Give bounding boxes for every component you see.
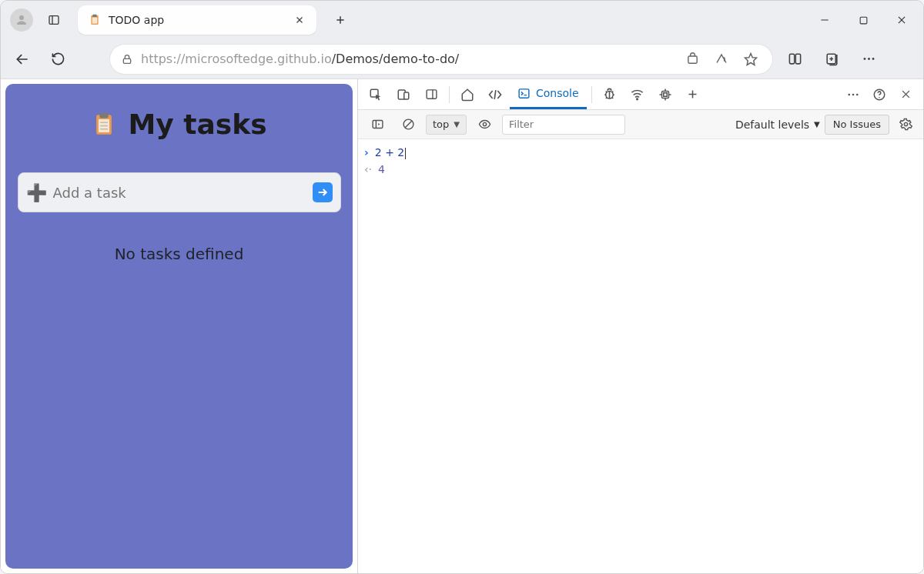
arrow-right-icon xyxy=(316,186,329,199)
plus-icon: ➕ xyxy=(26,183,47,202)
plus-icon xyxy=(687,88,698,100)
more-button[interactable] xyxy=(854,45,883,74)
svg-point-0 xyxy=(19,15,24,20)
svg-point-58 xyxy=(848,93,850,95)
add-task-input[interactable] xyxy=(53,185,306,201)
tab-sources[interactable] xyxy=(597,82,623,108)
profile-avatar[interactable] xyxy=(10,8,33,32)
window-minimize-button[interactable] xyxy=(808,8,842,32)
tab-performance[interactable] xyxy=(652,82,678,108)
toggle-sidebar-button[interactable] xyxy=(364,112,390,138)
context-label: top xyxy=(433,118,449,130)
svg-point-70 xyxy=(904,122,907,125)
caret-down-icon: ▼ xyxy=(814,120,820,128)
shopping-icon[interactable] xyxy=(681,48,703,70)
svg-line-68 xyxy=(405,121,412,128)
devtools-tabbar: Console xyxy=(358,79,923,110)
gear-icon xyxy=(899,118,912,131)
tab-network[interactable] xyxy=(624,82,651,108)
person-icon xyxy=(15,13,28,27)
tab-elements[interactable] xyxy=(482,82,508,108)
live-expression-button[interactable] xyxy=(471,112,497,138)
device-toggle-button[interactable] xyxy=(390,82,417,108)
prompt-icon: › xyxy=(364,144,369,161)
omnibox[interactable]: https://microsoftedge.github.io/Demos/de… xyxy=(110,45,772,74)
maximize-icon xyxy=(859,15,869,25)
svg-point-59 xyxy=(852,93,855,95)
console-toolbar: top ▼ Default levels ▼ No Issues xyxy=(358,110,923,139)
more-horizontal-icon xyxy=(862,52,876,66)
svg-rect-27 xyxy=(100,112,109,118)
page-viewport: My tasks ➕ No tasks defined xyxy=(1,79,357,573)
devtools-more-button[interactable] xyxy=(840,82,866,108)
inspect-icon xyxy=(369,88,383,102)
devtools-help-button[interactable] xyxy=(866,82,892,108)
tab-actions-button[interactable] xyxy=(42,8,65,32)
clipboard-icon xyxy=(89,14,101,26)
issues-button[interactable]: No Issues xyxy=(825,115,889,135)
svg-line-45 xyxy=(606,92,608,93)
nav-refresh-button[interactable] xyxy=(44,45,72,73)
inspect-element-button[interactable] xyxy=(363,82,389,108)
collections-icon xyxy=(825,52,839,66)
tabstrip: TODO app xyxy=(1,1,923,39)
execution-context-selector[interactable]: top ▼ xyxy=(426,115,467,135)
window-maximize-button[interactable] xyxy=(846,8,880,32)
new-tab-button[interactable] xyxy=(329,8,352,32)
more-horizontal-icon xyxy=(846,88,860,102)
svg-point-60 xyxy=(856,93,859,95)
svg-point-69 xyxy=(483,122,486,125)
tab-console[interactable]: Console xyxy=(510,80,587,109)
clear-console-button[interactable] xyxy=(395,112,421,138)
tab-more-tools[interactable] xyxy=(680,82,706,108)
todo-app: My tasks ➕ No tasks defined xyxy=(5,84,353,569)
close-icon xyxy=(896,15,907,25)
levels-label: Default levels xyxy=(735,118,809,131)
svg-rect-15 xyxy=(123,58,130,63)
caret-down-icon: ▼ xyxy=(454,120,460,128)
svg-rect-16 xyxy=(688,56,696,63)
browser-tab[interactable]: TODO app xyxy=(78,5,316,35)
collections-button[interactable] xyxy=(817,45,846,74)
dock-side-button[interactable] xyxy=(418,82,444,108)
chip-icon xyxy=(658,88,672,102)
wifi-icon xyxy=(630,87,644,102)
url-text: https://microsoftedge.github.io/Demos/de… xyxy=(141,52,674,66)
console-filter-input[interactable] xyxy=(502,115,625,135)
svg-rect-4 xyxy=(92,15,96,17)
home-icon xyxy=(460,88,474,102)
split-screen-button[interactable] xyxy=(780,45,809,74)
devtools-panel: Console xyxy=(357,79,923,573)
add-task-row: ➕ xyxy=(18,172,341,212)
submit-task-button[interactable] xyxy=(313,182,333,202)
svg-rect-65 xyxy=(373,121,383,128)
console-body[interactable]: › 2 + 2 ‹· 4 xyxy=(358,139,923,573)
app-heading-text: My tasks xyxy=(128,108,266,140)
console-settings-button[interactable] xyxy=(894,113,917,136)
log-levels-selector[interactable]: Default levels ▼ xyxy=(735,118,820,131)
console-input-line: › 2 + 2 xyxy=(364,144,917,161)
nav-back-button[interactable] xyxy=(8,45,36,73)
code-icon xyxy=(487,87,503,102)
return-icon: ‹· xyxy=(364,161,372,178)
tab-console-label: Console xyxy=(536,87,579,99)
tab-welcome[interactable] xyxy=(454,82,480,108)
svg-point-62 xyxy=(879,97,880,98)
read-aloud-icon[interactable] xyxy=(711,48,732,70)
clipboard-icon xyxy=(91,112,117,138)
console-output-value: 4 xyxy=(378,161,385,178)
svg-rect-11 xyxy=(860,17,867,24)
svg-rect-51 xyxy=(663,92,667,96)
window-close-button[interactable] xyxy=(885,8,919,32)
svg-rect-19 xyxy=(795,54,800,64)
svg-rect-18 xyxy=(789,54,794,64)
eye-icon xyxy=(478,118,491,131)
favorite-icon[interactable] xyxy=(740,48,762,70)
svg-point-49 xyxy=(637,98,638,100)
bug-icon xyxy=(602,87,617,102)
devtools-close-button[interactable] xyxy=(892,82,919,108)
tab-close-button[interactable] xyxy=(293,14,306,26)
svg-rect-1 xyxy=(49,16,59,25)
arrow-left-icon xyxy=(15,52,30,67)
svg-point-23 xyxy=(863,58,865,60)
